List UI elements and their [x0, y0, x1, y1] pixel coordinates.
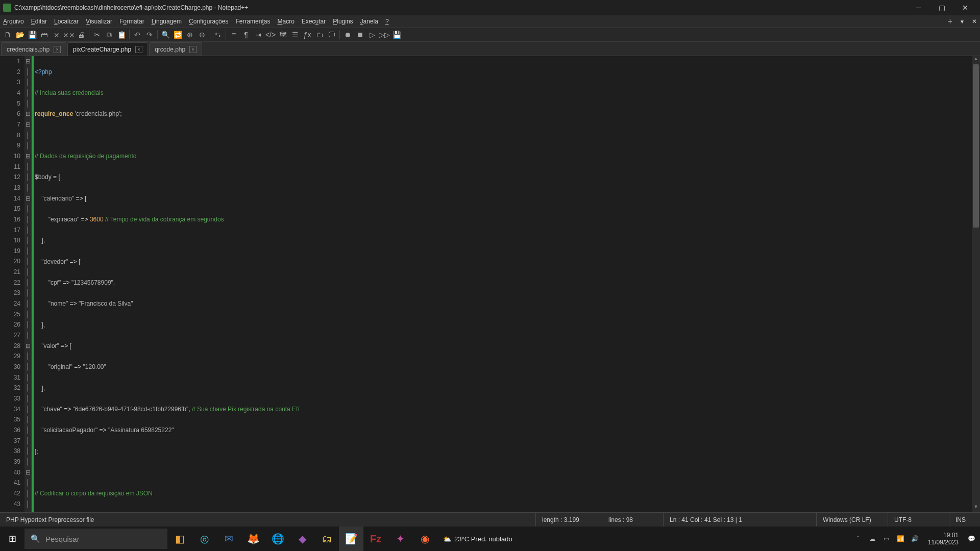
- firefox-icon[interactable]: 🦊: [241, 527, 265, 551]
- battery-icon[interactable]: ▭: [881, 535, 892, 542]
- tab-close-icon[interactable]: ×: [135, 46, 142, 53]
- menubar: Arquivo Editar Localizar Visualizar Form…: [0, 15, 980, 28]
- folder-icon[interactable]: 🗀: [314, 29, 325, 40]
- wifi-icon[interactable]: 📶: [895, 535, 906, 542]
- map-icon[interactable]: 🗺: [277, 29, 288, 40]
- ff-icon[interactable]: ▷▷: [379, 29, 390, 40]
- weather-text: 23°C Pred. nublado: [454, 535, 512, 543]
- status-ins: INS: [949, 513, 980, 527]
- mail-icon[interactable]: ✉: [216, 527, 241, 551]
- edge-icon[interactable]: ◎: [192, 527, 216, 551]
- clock-time: 19:01: [928, 532, 959, 539]
- scroll-up-icon[interactable]: ▲: [972, 56, 980, 64]
- close-button[interactable]: ✕: [953, 0, 977, 15]
- scroll-thumb[interactable]: [973, 64, 979, 228]
- menu-formatar[interactable]: Formatar: [119, 18, 144, 25]
- wrap-icon[interactable]: ≡: [228, 29, 239, 40]
- search-box[interactable]: 🔍 Pesquisar: [24, 529, 167, 549]
- pilcrow-icon[interactable]: ¶: [240, 29, 252, 40]
- code-area[interactable]: <?php // Inclua suas credenciais require…: [34, 56, 980, 519]
- menu-x[interactable]: ✕: [972, 18, 977, 25]
- menu-help[interactable]: ?: [385, 18, 389, 25]
- chevron-up-icon[interactable]: ˄: [852, 535, 864, 542]
- brave-icon[interactable]: ◆: [290, 527, 314, 551]
- play-icon[interactable]: ▷: [366, 29, 378, 40]
- sync-icon[interactable]: ⇆: [212, 29, 224, 40]
- menu-configuracoes[interactable]: Configurações: [189, 18, 228, 25]
- paste-icon[interactable]: 📋: [116, 29, 127, 40]
- scroll-down-icon[interactable]: ▼: [972, 504, 980, 512]
- status-lines: lines : 98: [602, 513, 664, 527]
- clock[interactable]: 19:01 11/09/2023: [924, 532, 963, 546]
- code-icon[interactable]: </>: [265, 29, 276, 40]
- indent-icon[interactable]: ⇥: [253, 29, 264, 40]
- vertical-scrollbar[interactable]: ▲ ▼: [972, 56, 980, 512]
- status-pos: Ln : 41 Col : 41 Sel : 13 | 1: [664, 513, 817, 527]
- menu-executar[interactable]: Executar: [302, 18, 326, 25]
- weather-icon: ⛅: [443, 535, 451, 543]
- func-icon[interactable]: ƒx: [302, 29, 313, 40]
- menu-macro[interactable]: Macro: [277, 18, 294, 25]
- print-icon[interactable]: 🖨: [76, 29, 87, 40]
- postman-icon[interactable]: ◉: [412, 527, 437, 551]
- zoomout-icon[interactable]: ⊖: [197, 29, 208, 40]
- menu-plugins[interactable]: Plugins: [333, 18, 353, 25]
- savemacro-icon[interactable]: 💾: [391, 29, 402, 40]
- doclist-icon[interactable]: ☰: [289, 29, 301, 40]
- minimize-button[interactable]: ─: [906, 0, 930, 15]
- editor[interactable]: 1234567891011121314151617181920212223242…: [0, 56, 980, 519]
- open-icon[interactable]: 📂: [14, 29, 26, 40]
- stop-icon[interactable]: ⏹: [354, 29, 365, 40]
- menu-localizar[interactable]: Localizar: [54, 18, 79, 25]
- menu-linguagem[interactable]: Linguagem: [152, 18, 182, 25]
- taskbar: ⊞ 🔍 Pesquisar ◧ ◎ ✉ 🦊 🌐 ◆ 🗂 📝 Fz ✦ ◉ ⛅ 2…: [0, 527, 980, 551]
- app1-icon[interactable]: ✦: [388, 527, 412, 551]
- menu-plus[interactable]: +: [948, 17, 952, 26]
- zoomin-icon[interactable]: ⊕: [184, 29, 195, 40]
- close-tab-icon[interactable]: ⨯: [51, 29, 62, 40]
- taskview-icon[interactable]: ◧: [167, 527, 192, 551]
- onedrive-icon[interactable]: ☁: [867, 535, 878, 542]
- menu-tri[interactable]: ▼: [960, 19, 965, 24]
- clock-date: 11/09/2023: [928, 539, 959, 546]
- tab-qrcode[interactable]: qrcode.php×: [149, 42, 202, 56]
- menu-ferramentas[interactable]: Ferramentas: [235, 18, 270, 25]
- start-button[interactable]: ⊞: [0, 527, 24, 551]
- saveall-icon[interactable]: 🗃: [39, 29, 50, 40]
- menu-janela[interactable]: Janela: [360, 18, 378, 25]
- maximize-button[interactable]: ▢: [930, 0, 953, 15]
- filezilla-icon[interactable]: Fz: [363, 527, 388, 551]
- weather-widget[interactable]: ⛅ 23°C Pred. nublado: [443, 535, 512, 543]
- tab-pixcreatecharge[interactable]: pixCreateCharge.php×: [67, 42, 148, 56]
- tab-close-icon[interactable]: ×: [189, 46, 197, 53]
- monitor-icon[interactable]: 🖵: [326, 29, 337, 40]
- new-icon[interactable]: 🗋: [2, 29, 13, 40]
- menu-editar[interactable]: Editar: [31, 18, 47, 25]
- fold-column[interactable]: ⊟││││⊟⊟││⊟│││⊟│││││││││││││⊟│││││││││││⊟…: [24, 56, 32, 519]
- save-icon[interactable]: 💾: [27, 29, 38, 40]
- system-tray[interactable]: ˄ ☁ ▭ 📶 🔊 19:01 11/09/2023 💬: [852, 532, 980, 546]
- status-eol: Windows (CR LF): [817, 513, 888, 527]
- menu-arquivo[interactable]: Arquivo: [3, 18, 24, 25]
- copy-icon[interactable]: ⧉: [104, 29, 115, 40]
- replace-icon[interactable]: 🔁: [172, 29, 183, 40]
- status-enc: UTF-8: [888, 513, 949, 527]
- closeall-icon[interactable]: ⨯⨯: [63, 29, 75, 40]
- undo-icon[interactable]: ↶: [132, 29, 143, 40]
- tab-label: pixCreateCharge.php: [73, 46, 131, 53]
- menu-visualizar[interactable]: Visualizar: [86, 18, 112, 25]
- statusbar: PHP Hypertext Preprocessor file length :…: [0, 512, 980, 527]
- redo-icon[interactable]: ↷: [144, 29, 155, 40]
- tab-credenciais[interactable]: credenciais.php×: [1, 42, 66, 56]
- notifications-icon[interactable]: 💬: [966, 535, 977, 542]
- find-icon[interactable]: 🔍: [160, 29, 171, 40]
- chrome-icon[interactable]: 🌐: [265, 527, 290, 551]
- notepadpp-icon[interactable]: 📝: [339, 527, 363, 551]
- line-number-gutter: 1234567891011121314151617181920212223242…: [0, 56, 24, 519]
- explorer-icon[interactable]: 🗂: [314, 527, 339, 551]
- volume-icon[interactable]: 🔊: [910, 535, 921, 542]
- tab-close-icon[interactable]: ×: [54, 46, 61, 53]
- cut-icon[interactable]: ✂: [91, 29, 103, 40]
- app-icon: [3, 4, 11, 12]
- record-icon[interactable]: ⏺: [342, 29, 353, 40]
